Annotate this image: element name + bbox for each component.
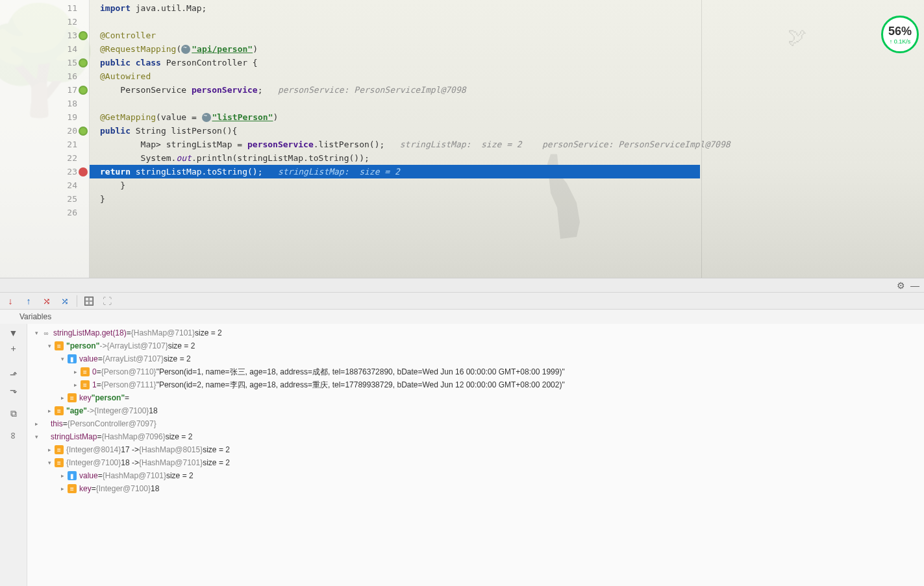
tree-expander-icon[interactable]: ▾ xyxy=(32,433,40,441)
field-icon: ≡ xyxy=(81,367,90,376)
editor-code-body[interactable]: import java.util.Map;@Controller@Request… xyxy=(90,0,924,278)
gutter-line[interactable]: 15 xyxy=(0,56,89,69)
filter-icon[interactable]: ▼ xyxy=(7,326,20,339)
tree-expander-icon[interactable]: ▾ xyxy=(45,459,53,467)
gutter-line[interactable]: 19 xyxy=(0,110,89,124)
url-icon xyxy=(202,113,211,122)
field-icon: ≡ xyxy=(55,341,64,350)
panel-header-toolbar: ⚙ — xyxy=(0,278,924,293)
variable-row[interactable]: ▾≡{Integer@7100} 18 -> {HashMap@7101} si… xyxy=(27,456,924,469)
watch-glasses-icon: ∞ xyxy=(42,328,51,337)
variable-row[interactable]: ▾▮value = {ArrayList@7107} size = 2 xyxy=(27,352,924,365)
speed-percent: 56% xyxy=(888,25,912,38)
tree-expander-icon[interactable]: ▸ xyxy=(58,394,66,402)
code-line[interactable]: System.out.println(stringListMap.toStrin… xyxy=(90,151,924,165)
tree-expander-icon[interactable]: ▸ xyxy=(71,368,79,376)
copy-icon[interactable]: ⧉ xyxy=(7,407,20,420)
code-line[interactable] xyxy=(90,97,924,110)
tree-expander-icon[interactable]: ▾ xyxy=(32,329,40,337)
tree-expander-icon[interactable]: ▾ xyxy=(58,355,66,363)
code-line[interactable]: } xyxy=(90,192,924,206)
variable-row[interactable]: ▸≡key"person" = xyxy=(27,391,924,404)
code-line[interactable]: import java.util.Map; xyxy=(90,1,924,15)
gutter-line[interactable]: 23 xyxy=(0,165,89,178)
tree-expander-icon[interactable]: ▸ xyxy=(45,407,53,415)
code-line[interactable]: PersonService personService; personServi… xyxy=(90,83,924,97)
force-step-icon[interactable]: ⤭ xyxy=(40,295,53,308)
variable-row[interactable]: ▾≡"person" -> {ArrayList@7107} size = 2 xyxy=(27,339,924,352)
field-icon: ≡ xyxy=(68,484,77,493)
evaluate-grid-icon[interactable] xyxy=(82,295,95,308)
gutter-line[interactable]: 18 xyxy=(0,97,89,110)
expand-icon[interactable]: ⛶ xyxy=(101,295,114,308)
code-line[interactable]: @Autowired xyxy=(90,69,924,83)
spring-bean-icon[interactable] xyxy=(79,31,88,40)
code-line[interactable]: @RequestMapping("api/person") xyxy=(90,42,924,56)
gutter-line[interactable]: 14 xyxy=(0,42,89,56)
editor-gutter[interactable]: 11121314151617181920212223242526 xyxy=(0,0,90,278)
field-icon: ≡ xyxy=(55,406,64,415)
gutter-line[interactable]: 13 xyxy=(0,29,89,42)
step-over-icon[interactable]: ↓ xyxy=(4,295,17,308)
spring-bean-icon[interactable] xyxy=(79,86,88,95)
gutter-line[interactable]: 24 xyxy=(0,178,89,192)
gutter-line[interactable]: 26 xyxy=(0,206,89,219)
tree-expander-icon[interactable]: ▸ xyxy=(32,420,40,428)
gear-icon[interactable]: ⚙ xyxy=(895,280,906,291)
minimize-icon[interactable]: — xyxy=(910,280,920,291)
gutter-line[interactable]: 21 xyxy=(0,138,89,151)
gutter-line[interactable]: 12 xyxy=(0,15,89,29)
step-into-icon[interactable]: ↑ xyxy=(22,295,35,308)
param-icon xyxy=(42,432,48,441)
navigate-down-icon[interactable]: ⬎ xyxy=(7,384,20,397)
variable-row[interactable]: ▸≡key = {Integer@7100} 18 xyxy=(27,482,924,495)
variable-row[interactable]: ▸≡{Integer@8014} 17 -> {HashMap@8015} si… xyxy=(27,443,924,456)
code-line[interactable]: public class PersonController { xyxy=(90,56,924,69)
variable-row[interactable]: ▸▮value = {HashMap@7101} size = 2 xyxy=(27,469,924,482)
gutter-line[interactable]: 22 xyxy=(0,151,89,165)
breakpoint-icon[interactable] xyxy=(79,167,88,177)
field-icon: ≡ xyxy=(55,445,64,454)
tree-expander-icon[interactable]: ▸ xyxy=(58,472,66,480)
variable-row[interactable]: ▾stringListMap = {HashMap@7096} size = 2 xyxy=(27,430,924,443)
value-icon: ▮ xyxy=(68,354,77,363)
tree-expander-icon[interactable]: ▸ xyxy=(45,446,53,454)
code-line[interactable]: Map> stringListMap = personService.listP… xyxy=(90,138,924,151)
value-icon: ▮ xyxy=(68,471,77,480)
param-icon xyxy=(42,419,48,428)
tree-expander-icon[interactable]: ▸ xyxy=(71,381,79,389)
tree-expander-icon[interactable]: ▾ xyxy=(45,342,53,350)
code-editor[interactable]: 🌳 🕊 11121314151617181920212223242526 imp… xyxy=(0,0,924,278)
gutter-line[interactable]: 16 xyxy=(0,69,89,83)
step-out-icon[interactable]: ⤮ xyxy=(58,295,71,308)
gutter-line[interactable]: 20 xyxy=(0,124,89,138)
field-icon: ≡ xyxy=(81,380,90,389)
spring-bean-icon[interactable] xyxy=(79,127,88,136)
field-icon: ≡ xyxy=(55,458,64,467)
navigate-up-icon[interactable]: ⬏ xyxy=(7,368,20,381)
spring-bean-icon[interactable] xyxy=(79,58,88,67)
variable-row[interactable]: ▸≡1 = {Person@7111} "Person(id=2, name=李… xyxy=(27,378,924,391)
variable-row[interactable]: ▾∞stringListMap.get(18) = {HashMap@7101}… xyxy=(27,326,924,339)
variable-row[interactable]: ▸≡0 = {Person@7110} "Person(id=1, name=张… xyxy=(27,365,924,378)
code-line[interactable]: return stringListMap.toString(); stringL… xyxy=(90,165,700,178)
variables-tab-header[interactable]: Variables xyxy=(0,310,924,324)
code-line[interactable]: public String listPerson(){ xyxy=(90,124,924,138)
code-line[interactable]: } xyxy=(90,178,924,192)
code-line[interactable]: @Controller xyxy=(90,29,924,42)
variable-row[interactable]: ▸≡"age" -> {Integer@7100} 18 xyxy=(27,404,924,417)
debug-toolbar: ↓ ↑ ⤭ ⤮ ⛶ xyxy=(0,293,924,310)
gutter-line[interactable]: 25 xyxy=(0,192,89,206)
code-line[interactable] xyxy=(90,206,924,219)
add-watch-icon[interactable]: + xyxy=(7,342,20,355)
variables-tree[interactable]: ▾∞stringListMap.get(18) = {HashMap@7101}… xyxy=(27,324,924,586)
variable-row[interactable]: ▸this = {PersonController@7097} xyxy=(27,417,924,430)
code-line[interactable] xyxy=(90,15,924,29)
gutter-line[interactable]: 11 xyxy=(0,1,89,15)
network-speed-widget[interactable]: 56% ↑ 0.1K/s xyxy=(881,16,919,53)
speed-rate: ↑ 0.1K/s xyxy=(890,38,911,45)
code-line[interactable]: @GetMapping(value = "listPerson") xyxy=(90,110,924,124)
gutter-line[interactable]: 17 xyxy=(0,83,89,97)
glasses-icon[interactable]: ∞ xyxy=(7,429,20,442)
tree-expander-icon[interactable]: ▸ xyxy=(58,485,66,493)
